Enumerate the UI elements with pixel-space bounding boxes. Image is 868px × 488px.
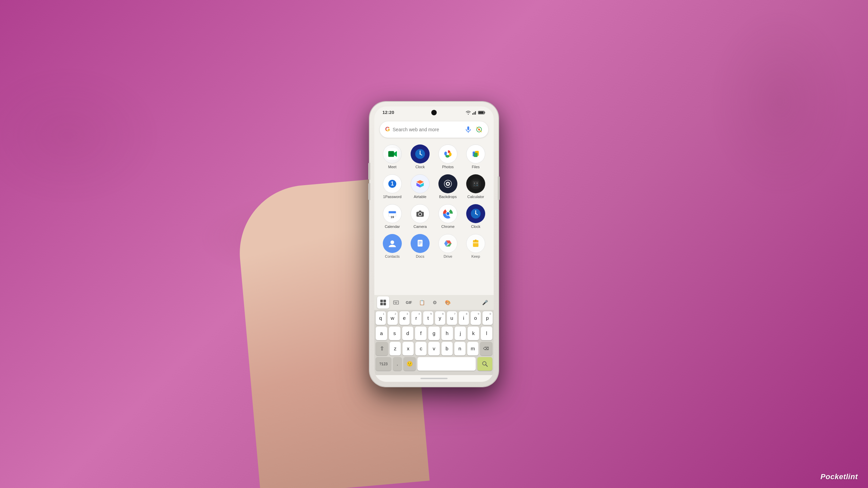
app-backdrops[interactable]: Backdrops — [434, 172, 462, 201]
home-indicator — [420, 378, 448, 379]
key-comma[interactable]: , — [393, 357, 402, 371]
key-q[interactable]: q1 — [376, 311, 386, 325]
drive-icon — [438, 234, 457, 253]
key-delete[interactable]: ⌫ — [480, 342, 492, 355]
kb-themes-btn[interactable]: 🎨 — [441, 296, 454, 309]
app-calendar[interactable]: 19 Calendar — [378, 201, 406, 231]
key-x[interactable]: x — [402, 342, 414, 355]
camera-icon — [411, 204, 430, 223]
airtable-icon — [411, 174, 430, 193]
app-camera[interactable]: Camera — [406, 201, 434, 231]
wifi-icon — [466, 111, 471, 115]
key-a[interactable]: a — [376, 327, 387, 340]
files-icon — [466, 144, 485, 163]
svg-rect-74 — [383, 302, 386, 305]
svg-rect-5 — [479, 111, 484, 114]
keyboard-row-2: a s d f g h j k l — [376, 327, 492, 340]
keep-icon — [466, 234, 485, 253]
app-1password[interactable]: 1 1Password — [378, 172, 406, 201]
key-search[interactable] — [477, 357, 492, 371]
key-j[interactable]: j — [455, 327, 466, 340]
key-d[interactable]: d — [402, 327, 414, 340]
app-clock-1[interactable]: Clock — [406, 142, 434, 172]
key-h[interactable]: h — [441, 327, 453, 340]
key-u[interactable]: u7 — [447, 311, 457, 325]
key-p[interactable]: p0 — [482, 311, 493, 325]
key-k[interactable]: k — [468, 327, 479, 340]
key-i[interactable]: i8 — [459, 311, 469, 325]
key-t[interactable]: t5 — [423, 311, 433, 325]
search-action-icons — [465, 126, 483, 133]
key-e[interactable]: e3 — [399, 311, 410, 325]
svg-point-17 — [419, 153, 421, 155]
backdrops-label: Backdrops — [439, 195, 457, 199]
kb-apps-btn[interactable] — [377, 296, 389, 309]
key-w[interactable]: w2 — [388, 311, 398, 325]
key-s[interactable]: s — [389, 327, 400, 340]
svg-text:19: 19 — [391, 215, 394, 218]
kb-gif-btn[interactable]: GIF — [403, 296, 415, 309]
app-files[interactable]: Files — [462, 142, 490, 172]
calendar-label: Calendar — [385, 225, 400, 229]
key-b[interactable]: b — [441, 342, 453, 355]
meet-icon — [383, 144, 402, 163]
key-f[interactable]: f — [415, 327, 427, 340]
front-camera — [431, 110, 437, 115]
kb-clipboard-btn[interactable]: 📋 — [416, 296, 428, 309]
app-drive[interactable]: Drive — [434, 231, 462, 261]
key-v[interactable]: v — [428, 342, 439, 355]
app-row-1: Meet — [374, 142, 494, 172]
svg-rect-71 — [380, 299, 383, 302]
app-docs[interactable]: Docs — [406, 231, 434, 261]
key-r[interactable]: r4 — [411, 311, 421, 325]
app-airtable[interactable]: Airtable — [406, 172, 434, 201]
svg-rect-6 — [467, 126, 469, 130]
key-n[interactable]: n — [454, 342, 466, 355]
svg-rect-73 — [380, 302, 383, 305]
search-bar[interactable]: G Search web and more — [380, 121, 488, 138]
svg-text:−  =: − = — [474, 184, 478, 186]
svg-rect-11 — [388, 151, 394, 157]
key-shift[interactable]: ⇧ — [376, 342, 388, 355]
keyboard-toolbar: GIF 📋 ⚙ 🎨 🎤 — [374, 295, 494, 310]
app-keep[interactable]: Keep — [462, 231, 490, 261]
svg-rect-1 — [474, 112, 475, 115]
files-label: Files — [472, 165, 479, 169]
key-m[interactable]: m — [467, 342, 478, 355]
svg-point-57 — [391, 240, 394, 244]
app-clock-2[interactable]: Clock — [462, 201, 490, 231]
svg-text:1: 1 — [391, 180, 394, 187]
meet-label: Meet — [388, 165, 396, 169]
key-y[interactable]: y6 — [435, 311, 445, 325]
svg-rect-79 — [395, 302, 397, 303]
svg-rect-41 — [389, 211, 396, 213]
kb-keyboard-btn[interactable] — [390, 296, 402, 309]
mic-icon[interactable] — [465, 126, 472, 133]
app-chrome[interactable]: Chrome — [434, 201, 462, 231]
app-contacts[interactable]: Contacts — [378, 231, 406, 261]
app-photos[interactable]: Photos — [434, 142, 462, 172]
kb-settings-btn[interactable]: ⚙ — [429, 296, 441, 309]
app-meet[interactable]: Meet — [378, 142, 406, 172]
phone-device: 12:20 — [370, 102, 498, 387]
key-emoji[interactable]: 🙂 — [403, 357, 416, 371]
calendar-icon: 19 — [383, 204, 402, 223]
lens-icon[interactable] — [475, 126, 483, 133]
app-row-2: 1 1Password — [374, 172, 494, 201]
key-c[interactable]: c — [415, 342, 427, 355]
backdrops-icon — [438, 174, 457, 193]
key-123[interactable]: ?123 — [376, 357, 391, 371]
keyboard-row-4: ?123 , 🙂 — [376, 357, 492, 371]
kb-voice-btn[interactable]: 🎤 — [479, 296, 491, 309]
status-time: 12:20 — [382, 110, 394, 115]
key-o[interactable]: o9 — [471, 311, 481, 325]
search-placeholder[interactable]: Search web and more — [393, 127, 462, 132]
1password-icon: 1 — [383, 174, 402, 193]
app-calculator[interactable]: + × − = Calculator — [462, 172, 490, 201]
volume-down-button — [368, 183, 370, 200]
volume-up-button — [368, 163, 370, 180]
key-space[interactable] — [417, 357, 476, 371]
key-g[interactable]: g — [428, 327, 440, 340]
key-l[interactable]: l — [481, 327, 492, 340]
key-z[interactable]: z — [390, 342, 401, 355]
